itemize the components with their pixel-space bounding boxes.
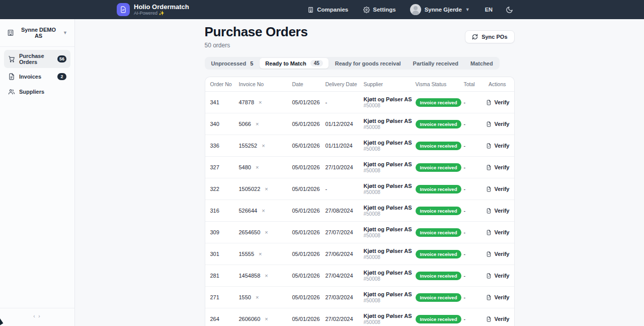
clear-invoice-icon[interactable]: × xyxy=(256,295,259,300)
invoice-no-value: 526644 xyxy=(239,208,258,214)
status-tab[interactable]: Ready to Match 45 xyxy=(260,58,328,69)
sidebar-nav: Purchase Orders 56 Invoices 2 Suppliers xyxy=(0,50,74,98)
supplier-cell: Kjøtt og Pølser AS #50008 xyxy=(364,205,416,217)
supplier-cell: Kjøtt og Pølser AS #50008 xyxy=(364,291,416,304)
table-row: 309 2654650 × 05/01/2026 27/07/2024 Kjøt… xyxy=(205,222,514,243)
actions-cell: Verify xyxy=(486,251,510,257)
clear-invoice-icon[interactable]: × xyxy=(262,143,265,149)
total-cell: - xyxy=(464,121,486,127)
verify-button[interactable]: Verify xyxy=(486,121,510,127)
verify-button[interactable]: Verify xyxy=(486,164,510,171)
supplier-cell: Kjøtt og Pølser AS #50008 xyxy=(364,140,416,152)
column-header-total: Total xyxy=(464,81,486,87)
invoice-no-cell: 5480 × xyxy=(239,164,292,170)
tab-label: Ready for goods receival xyxy=(335,60,401,67)
supplier-id: #50008 xyxy=(364,276,416,282)
supplier-name: Kjøtt og Pølser AS xyxy=(364,161,416,168)
building-icon xyxy=(307,7,314,13)
nav-item-icon xyxy=(8,73,15,80)
delivery-date-cell: 27/04/2024 xyxy=(326,273,364,279)
status-badge: Invoice received xyxy=(416,163,462,172)
verify-button[interactable]: Verify xyxy=(486,294,510,301)
nav-item-label: Purchase Orders xyxy=(19,53,53,65)
verify-button[interactable]: Verify xyxy=(486,316,510,322)
verify-button[interactable]: Verify xyxy=(486,186,510,192)
user-menu[interactable]: Synne Gjerde ▼ xyxy=(405,2,475,17)
sidebar-nav-item[interactable]: Invoices 2 xyxy=(4,70,70,83)
clear-invoice-icon[interactable]: × xyxy=(265,316,268,322)
dark-mode-toggle[interactable] xyxy=(503,4,516,16)
clear-invoice-icon[interactable]: × xyxy=(256,121,259,127)
app-brand: Holio Ordermatch AI-Powered ✨ xyxy=(117,3,189,16)
settings-button[interactable]: Settings xyxy=(357,4,401,16)
status-tab[interactable]: Matched xyxy=(465,58,499,69)
total-cell: - xyxy=(464,229,486,235)
nav-item-icon xyxy=(8,55,15,62)
sidebar-nav-item[interactable]: Suppliers xyxy=(4,85,70,98)
verify-label: Verify xyxy=(495,251,510,257)
delivery-date-cell: 27/03/2024 xyxy=(326,294,364,300)
company-selector[interactable]: Synne DEMO AS ▼ xyxy=(4,23,70,42)
date-cell: 05/01/2026 xyxy=(292,273,326,279)
verify-label: Verify xyxy=(495,229,510,235)
invoice-no-value: 47878 xyxy=(239,99,255,105)
actions-cell: Verify xyxy=(486,143,510,149)
language-button[interactable]: EN xyxy=(478,4,500,16)
main-content: Purchase Orders 50 orders Sync POs Unpro… xyxy=(75,19,644,326)
supplier-cell: Kjøtt og Pølser AS #50008 xyxy=(364,96,416,109)
clear-invoice-icon[interactable]: × xyxy=(265,230,268,235)
table-row: 316 526644 × 05/01/2026 27/08/2024 Kjøtt… xyxy=(205,200,514,222)
verify-button[interactable]: Verify xyxy=(486,251,510,257)
clear-invoice-icon[interactable]: × xyxy=(256,165,259,170)
visma-status-cell: Invoice received xyxy=(416,98,464,107)
date-cell: 05/01/2026 xyxy=(292,164,326,170)
visma-status-cell: Invoice received xyxy=(416,207,464,215)
delivery-date-cell: 27/06/2024 xyxy=(326,251,364,257)
verify-button[interactable]: Verify xyxy=(486,273,510,279)
delivery-date-cell: - xyxy=(326,99,364,105)
verify-button[interactable]: Verify xyxy=(486,229,510,236)
document-icon xyxy=(486,251,492,257)
column-header-date: Date xyxy=(292,81,326,87)
order-no-cell: 301 xyxy=(210,251,239,257)
total-cell: - xyxy=(464,316,486,322)
invoice-no-value: 5480 xyxy=(239,164,251,170)
clear-invoice-icon[interactable]: × xyxy=(259,100,262,105)
supplier-id: #50008 xyxy=(364,233,416,239)
sidebar-divider xyxy=(0,46,74,47)
nav-item-label: Invoices xyxy=(19,74,41,80)
gear-icon xyxy=(363,7,370,13)
sidebar-collapse-button[interactable]: ‹ › xyxy=(33,313,41,319)
total-cell: - xyxy=(464,251,486,257)
invoice-no-cell: 2654650 × xyxy=(239,229,292,235)
table-header-row: Order No Invoice No Date Delivery Date S… xyxy=(205,77,514,92)
visma-status-cell: Invoice received xyxy=(416,163,464,172)
delivery-date-cell: 27/10/2024 xyxy=(326,164,364,170)
page-title: Purchase Orders xyxy=(205,24,308,40)
clear-invoice-icon[interactable]: × xyxy=(262,208,265,214)
verify-button[interactable]: Verify xyxy=(486,208,510,214)
companies-button[interactable]: Companies xyxy=(301,4,354,16)
table-row: 341 47878 × 05/01/2026 - Kjøtt og Pølser… xyxy=(205,92,514,113)
nav-item-label: Suppliers xyxy=(19,89,44,95)
status-tab[interactable]: Partially received xyxy=(408,58,464,69)
table-row: 322 1505022 × 05/01/2026 - Kjøtt og Pøls… xyxy=(205,178,514,200)
nav-item-icon xyxy=(8,88,15,95)
status-tab[interactable]: Unprocessed 5 xyxy=(206,58,259,69)
verify-label: Verify xyxy=(495,273,510,279)
sidebar-nav-item[interactable]: Purchase Orders 56 xyxy=(4,50,70,68)
status-tab[interactable]: Ready for goods receival xyxy=(330,58,407,69)
sync-pos-button[interactable]: Sync POs xyxy=(465,30,514,43)
sidebar-footer: ‹ › xyxy=(0,308,74,326)
order-no-cell: 271 xyxy=(210,294,239,300)
clear-invoice-icon[interactable]: × xyxy=(265,186,268,192)
invoice-no-value: 1550 xyxy=(239,294,251,300)
order-no-cell: 322 xyxy=(210,186,239,192)
clear-invoice-icon[interactable]: × xyxy=(259,251,262,257)
verify-button[interactable]: Verify xyxy=(486,99,510,106)
top-header: Holio Ordermatch AI-Powered ✨ Companies … xyxy=(0,0,644,19)
verify-button[interactable]: Verify xyxy=(486,143,510,149)
table-row: 271 1550 × 05/01/2026 27/03/2024 Kjøtt o… xyxy=(205,287,514,308)
clear-invoice-icon[interactable]: × xyxy=(265,273,268,279)
tab-label: Matched xyxy=(470,60,493,67)
